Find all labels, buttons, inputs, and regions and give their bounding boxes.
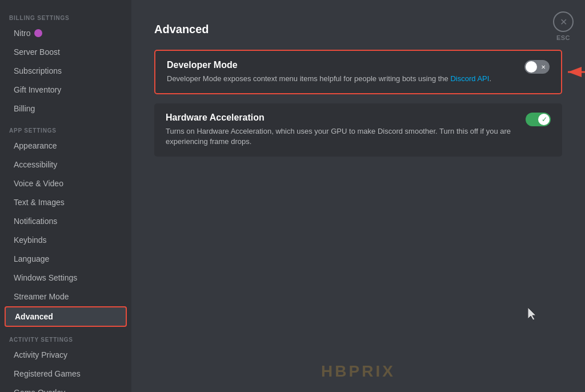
red-arrow-card	[565, 63, 585, 81]
sidebar-item-nitro[interactable]: Nitro	[5, 24, 127, 42]
billing-label: Billing	[14, 104, 35, 113]
hardware-acceleration-description: Turns on Hardware Acceleration, which us…	[166, 126, 514, 147]
language-label: Language	[14, 254, 49, 263]
discord-api-link[interactable]: Discord API	[450, 74, 489, 83]
sidebar-item-subscriptions[interactable]: Subscriptions	[5, 62, 127, 80]
activity-privacy-label: Activity Privacy	[14, 350, 67, 359]
notifications-label: Notifications	[14, 217, 57, 226]
billing-section-label: BILLING SETTINGS	[0, 6, 131, 23]
advanced-label: Advanced	[15, 312, 53, 321]
description-prefix: Developer Mode exposes context menu item…	[167, 74, 450, 83]
sidebar-item-accessibility[interactable]: Accessibility	[5, 155, 127, 174]
sidebar-item-server-boost[interactable]: Server Boost	[5, 43, 127, 61]
watermark: HBPRIX	[321, 362, 395, 381]
text-images-label: Text & Images	[14, 198, 65, 207]
sidebar: BILLING SETTINGS Nitro Server Boost Subs…	[0, 0, 131, 392]
developer-mode-toggle-container[interactable]: ✕	[524, 60, 550, 74]
sidebar-item-streamer-mode[interactable]: Streamer Mode	[5, 287, 127, 306]
esc-button[interactable]: ✕ ESC	[553, 11, 574, 41]
activity-section-label: ACTIVITY SETTINGS	[0, 327, 131, 345]
developer-mode-card: Developer Mode Developer Mode exposes co…	[154, 50, 562, 94]
sidebar-item-advanced[interactable]: Advanced	[5, 306, 127, 327]
description-suffix: .	[489, 74, 491, 83]
gift-inventory-label: Gift Inventory	[14, 85, 61, 94]
sidebar-item-activity-privacy[interactable]: Activity Privacy	[5, 346, 127, 364]
hardware-acceleration-toggle[interactable]: ✓	[526, 113, 551, 126]
voice-video-label: Voice & Video	[14, 179, 63, 188]
hardware-acceleration-card: Hardware Acceleration Turns on Hardware …	[154, 103, 562, 156]
toggle-on-icon: ✓	[540, 115, 549, 124]
server-boost-label: Server Boost	[14, 47, 60, 57]
hardware-acceleration-toggle-container[interactable]: ✓	[526, 113, 551, 126]
sidebar-item-notifications[interactable]: Notifications	[5, 212, 127, 230]
sidebar-item-text-images[interactable]: Text & Images	[5, 193, 127, 211]
sidebar-item-game-overlay[interactable]: Game Overlay	[5, 383, 127, 392]
sidebar-item-language[interactable]: Language	[5, 250, 127, 268]
nitro-label: Nitro	[14, 29, 31, 38]
sidebar-item-windows-settings[interactable]: Windows Settings	[5, 269, 127, 287]
toggle-off-icon: ✕	[539, 62, 548, 71]
cursor	[528, 307, 539, 323]
close-icon[interactable]: ✕	[553, 11, 574, 32]
game-overlay-label: Game Overlay	[14, 388, 65, 392]
toggle-knob	[526, 61, 537, 73]
page-title: Advanced	[154, 23, 562, 36]
sidebar-item-voice-video[interactable]: Voice & Video	[5, 174, 127, 193]
sidebar-item-registered-games[interactable]: Registered Games	[5, 365, 127, 383]
subscriptions-label: Subscriptions	[14, 66, 62, 75]
keybinds-label: Keybinds	[14, 235, 47, 245]
main-content: ✕ ESC Advanced Developer Mode Developer …	[131, 0, 585, 392]
windows-settings-label: Windows Settings	[14, 273, 77, 282]
streamer-mode-label: Streamer Mode	[14, 292, 69, 301]
sidebar-item-appearance[interactable]: Appearance	[5, 137, 127, 155]
app-section-label: APP SETTINGS	[0, 118, 131, 136]
sidebar-item-gift-inventory[interactable]: Gift Inventory	[5, 81, 127, 99]
appearance-label: Appearance	[14, 141, 57, 150]
hardware-acceleration-content: Hardware Acceleration Turns on Hardware …	[166, 113, 526, 147]
developer-mode-title: Developer Mode	[167, 60, 513, 70]
nitro-icon	[34, 29, 42, 37]
developer-mode-toggle[interactable]: ✕	[524, 60, 550, 74]
svg-marker-4	[528, 307, 536, 320]
hardware-acceleration-title: Hardware Acceleration	[166, 113, 514, 123]
accessibility-label: Accessibility	[14, 160, 57, 169]
sidebar-item-keybinds[interactable]: Keybinds	[5, 231, 127, 249]
sidebar-item-billing[interactable]: Billing	[5, 99, 127, 118]
esc-label: ESC	[556, 34, 570, 41]
developer-mode-description: Developer Mode exposes context menu item…	[167, 74, 513, 84]
registered-games-label: Registered Games	[14, 369, 81, 378]
developer-mode-content: Developer Mode Developer Mode exposes co…	[167, 60, 524, 84]
